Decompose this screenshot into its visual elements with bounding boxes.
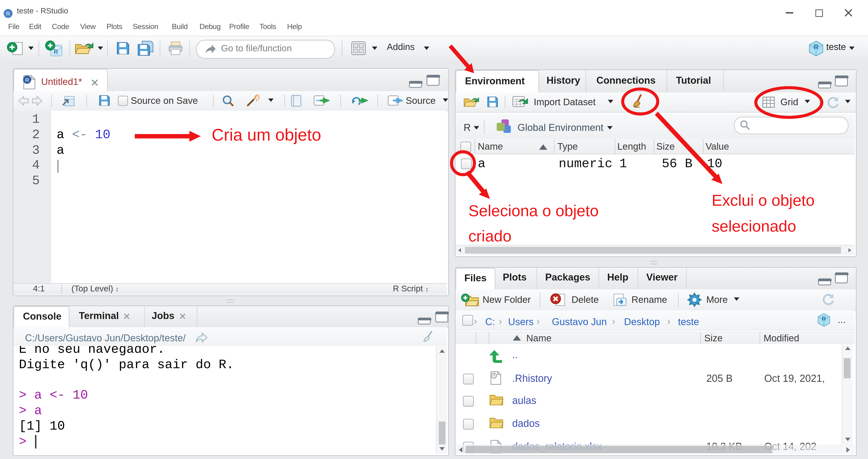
svg-text:R: R <box>25 77 29 83</box>
svg-text:R: R <box>814 43 819 51</box>
svg-text:R: R <box>54 48 58 55</box>
svg-text:R: R <box>6 11 10 17</box>
svg-text:R: R <box>822 315 826 322</box>
